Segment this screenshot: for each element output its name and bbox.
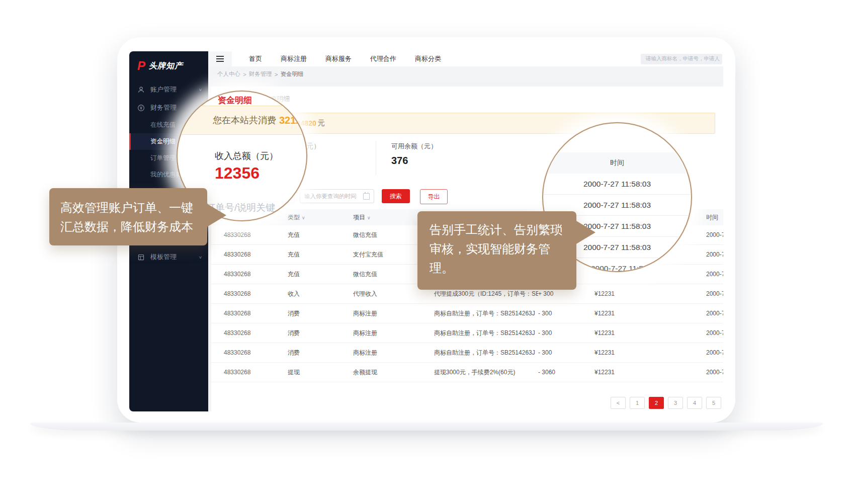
chevron-icon: ∨ (199, 88, 202, 92)
table-cell: - 300 (538, 329, 594, 337)
banner-unit: 元 (318, 119, 325, 128)
top-nav-item-2[interactable]: 商标服务 (325, 54, 352, 63)
callout-arrow-icon (575, 220, 595, 244)
table-cell: ¥12231 (594, 290, 706, 297)
pagination-prev-button[interactable]: < (611, 397, 626, 409)
callout-smart-line2: 审核，实现智能财务管 (430, 239, 576, 259)
menu-hamburger-icon[interactable] (208, 51, 232, 66)
table-cell: 2000-7-27 11:58:03 (706, 349, 723, 356)
breadcrumb-sep: > (243, 71, 246, 77)
callout-smart-line1: 告别手工统计、告别繁琐 (430, 220, 576, 239)
magnified-time-row: 2000-7-27 11:58:03 (543, 174, 691, 195)
magnified-tab-label: 资金明细 (218, 95, 252, 106)
table-cell: 收入 (288, 290, 353, 298)
callout-orders-line2: 汇总数据，降低财务成本 (60, 217, 207, 236)
pagination-page-2[interactable]: 2 (649, 397, 664, 409)
table-cell: 商标注册 (353, 329, 434, 338)
pagination-page-4[interactable]: 4 (687, 397, 702, 409)
table-cell: ¥12231 (594, 369, 706, 376)
magnified-income-value: 12356 (215, 164, 260, 183)
table-cell: 48330268 (211, 349, 288, 356)
table-cell: ¥12231 (594, 329, 706, 337)
trademark-search-input[interactable]: 请输入商标名，申请号，申请人 (641, 54, 722, 64)
table-cell: 代理收入 (353, 290, 434, 298)
finance-icon (137, 104, 145, 112)
brand-logo-icon: P (137, 60, 145, 72)
pagination-page-3[interactable]: 3 (668, 397, 683, 409)
card-tabs: 资金明细 充值明细 (223, 95, 723, 108)
top-nav-item-4[interactable]: 商标分类 (415, 54, 441, 63)
callout-smart-finance: 告别手工统计、告别繁琐 审核，实现智能财务管 理。 (417, 211, 576, 290)
table-cell: 消费 (288, 329, 353, 338)
table-cell: - 300 (538, 349, 594, 356)
table-cell: 48330268 (211, 290, 288, 297)
top-nav-item-3[interactable]: 代理合作 (370, 54, 396, 63)
table-col-header-6: 时间 (706, 213, 723, 222)
sort-caret-icon: ∨ (367, 215, 371, 220)
search-button[interactable]: 搜索 (382, 189, 410, 203)
table-cell: 商标注册 (353, 309, 434, 318)
callout-orders: 高效管理账户订单、一键 汇总数据，降低财务成本 (49, 188, 207, 245)
table-cell: 消费 (288, 349, 353, 357)
table-cell: - 300 (538, 310, 594, 317)
table-cell: 充值 (288, 231, 353, 239)
top-nav-item-0[interactable]: 首页 (249, 54, 262, 63)
table-cell: 48330268 (211, 310, 288, 317)
table-cell: 2000-7-27 11:58:03 (706, 271, 723, 278)
table-cell: 充值 (288, 270, 353, 279)
table-cell: 2000-7-27 11:58:03 (706, 310, 723, 317)
laptop-base (30, 423, 823, 431)
pagination: <12345 (611, 397, 721, 409)
sort-caret-icon: ∨ (302, 215, 305, 220)
chevron-icon: ∨ (199, 255, 202, 260)
table-cell: 2000-7-27 11:58:03 (706, 290, 723, 297)
magnified-banner: 您在本站共消费 32124 (177, 106, 307, 135)
table-cell: 48330268 (211, 369, 288, 376)
table-cell: 商标自助注册，订单号：SB2514263J (434, 329, 538, 338)
breadcrumb-finance[interactable]: 财务管理 (249, 70, 272, 78)
breadcrumb-current: 资金明细 (280, 70, 303, 78)
table-cell: 消费 (288, 309, 353, 318)
time-placeholder: 输入你要查询的时间 (304, 193, 357, 200)
breadcrumb-home[interactable]: 个人中心 (217, 70, 240, 78)
brand-logo-text: 头牌知产 (149, 61, 183, 71)
table-row-5: 48330268消费商标注册商标自助注册，订单号：SB2514263J- 300… (211, 323, 723, 343)
stat-balance-value: 376 (391, 155, 437, 166)
table-cell: 代理提成300元（ID:1245，订单号：SB45124） (434, 290, 538, 298)
calendar-icon (363, 193, 370, 200)
user-icon (137, 86, 145, 94)
callout-smart-line3: 理。 (430, 259, 576, 278)
table-cell: 2000-7-27 11:58:03 (706, 329, 723, 337)
sidebar-item-7[interactable]: 模板管理∨ (129, 248, 208, 266)
callout-orders-line1: 高效管理账户订单、一键 (60, 198, 207, 217)
table-cell: - 3060 (538, 369, 594, 376)
table-row-4: 48330268消费商标注册商标自助注册，订单号：SB2514263J- 300… (211, 304, 723, 323)
table-cell: 48330268 (211, 329, 288, 337)
top-navbar: 首页商标注册商标服务代理合作商标分类 请输入商标名，申请号，申请人 (208, 51, 723, 66)
time-input[interactable]: 输入你要查询的时间 (300, 189, 374, 203)
table-row-6: 48330268消费商标注册商标自助注册，订单号：SB2514263J- 300… (211, 343, 723, 363)
pagination-page-5[interactable]: 5 (706, 397, 721, 409)
table-cell: 48330268 (211, 251, 288, 258)
table-cell: 充值 (288, 250, 353, 259)
table-cell: 商标注册 (353, 349, 434, 357)
pagination-page-1[interactable]: 1 (630, 397, 645, 409)
stat-balance: 可用余额（元） 376 (376, 141, 437, 175)
magnified-time-header: 时间 (543, 152, 691, 174)
table-cell: 48330268 (211, 271, 288, 278)
table-row-7: 48330268提现余额提现提现3000元，手续费2%(60元)- 3060¥1… (211, 363, 723, 382)
table-cell: 提现3000元，手续费2%(60元) (434, 368, 538, 377)
sidebar-item-0[interactable]: 账户管理∨ (129, 80, 208, 99)
export-button[interactable]: 导出 (420, 189, 448, 204)
sidebar-item-label: 模板管理 (150, 253, 199, 262)
table-cell: 提现 (288, 368, 353, 377)
table-cell: + 300 (538, 290, 594, 297)
table-cell: 余额提现 (353, 368, 434, 377)
top-nav-item-1[interactable]: 商标注册 (281, 54, 307, 63)
table-cell: 48330268 (211, 231, 288, 238)
magnified-income-label: 收入总额（元） (215, 150, 278, 162)
template-icon (137, 253, 145, 261)
sidebar-item-label: 财务管理 (150, 103, 199, 112)
table-col-header-1[interactable]: 类型∨ (288, 213, 353, 222)
table-cell: 2000-7-27 11:58:03 (706, 369, 723, 376)
